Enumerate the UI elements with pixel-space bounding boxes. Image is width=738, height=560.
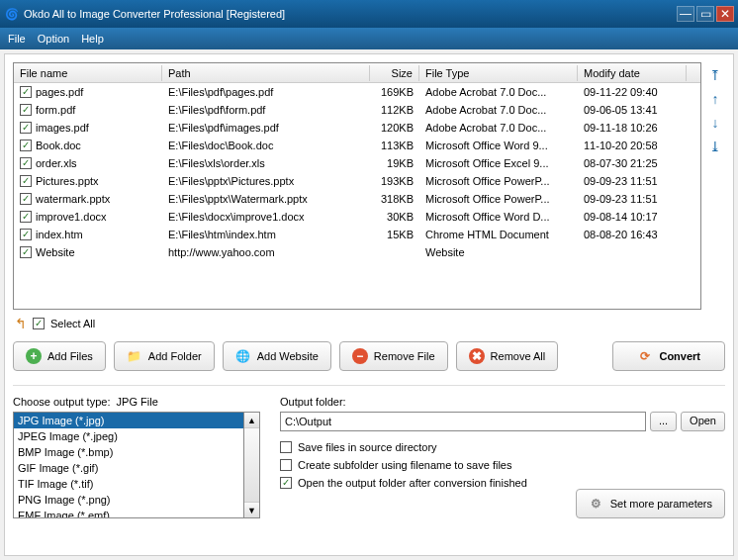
file-path: E:\Files\docx\improve1.docx [162,210,370,224]
output-type-option[interactable]: EMF Image (*.emf) [14,508,243,518]
move-top-button[interactable]: ⤒ [706,66,724,84]
remove-all-button[interactable]: ✖Remove All [456,341,559,371]
open-after-label: Open the output folder after conversion … [298,477,527,489]
file-path: E:\Files\pdf\images.pdf [162,121,370,135]
output-type-option[interactable]: TIF Image (*.tif) [14,476,243,492]
row-checkbox[interactable] [20,175,32,187]
file-name: Website [36,246,75,258]
file-date: 09-11-18 10:26 [578,121,687,135]
row-checkbox[interactable] [20,211,32,223]
file-type: Adobe Acrobat 7.0 Doc... [419,103,578,117]
output-type-option[interactable]: PNG Image (*.png) [14,492,243,508]
more-parameters-button[interactable]: ⚙Set more parameters [576,489,725,518]
col-type[interactable]: File Type [419,65,578,81]
output-type-current: JPG File [117,396,158,408]
save-source-checkbox[interactable] [280,441,292,453]
file-type: Microsoft Office Word D... [419,210,578,224]
table-row[interactable]: Websitehttp://www.yahoo.comWebsite [14,243,700,261]
listbox-scrollbar[interactable]: ▲ ▼ [244,412,260,518]
row-checkbox[interactable] [20,157,32,169]
file-size: 318KB [370,192,419,206]
move-up-button[interactable]: ↑ [706,90,724,108]
file-type: Microsoft Office PowerP... [419,174,578,188]
file-path: E:\Files\htm\index.htm [162,228,370,241]
menu-file[interactable]: File [8,33,26,45]
col-size[interactable]: Size [370,65,419,81]
scroll-down-button[interactable]: ▼ [244,502,259,517]
convert-button[interactable]: ⟳Convert [612,341,725,371]
table-row[interactable]: improve1.docxE:\Files\docx\improve1.docx… [14,208,700,226]
open-folder-button[interactable]: Open [681,412,725,431]
output-type-option[interactable]: BMP Image (*.bmp) [14,444,243,460]
table-row[interactable]: index.htmE:\Files\htm\index.htm15KBChrom… [14,226,700,243]
output-type-option[interactable]: GIF Image (*.gif) [14,460,243,476]
file-size: 15KB [370,228,419,241]
file-type: Microsoft Office PowerP... [419,192,578,206]
file-name: improve1.docx [36,211,107,223]
file-size: 112KB [370,103,419,117]
gear-icon: ⚙ [589,496,604,512]
file-name: images.pdf [36,122,89,134]
move-down-button[interactable]: ↓ [706,114,724,132]
scrollbar-thumb[interactable] [244,428,259,502]
table-row[interactable]: pages.pdfE:\Files\pdf\pages.pdf169KBAdob… [14,83,700,101]
file-path: http://www.yahoo.com [162,245,370,259]
scroll-up-button[interactable]: ▲ [244,413,259,428]
col-date[interactable]: Modify date [578,65,687,81]
window-title: Okdo All to Image Converter Professional… [24,8,677,20]
select-all-checkbox[interactable] [33,318,45,329]
output-type-option[interactable]: JPG Image (*.jpg) [14,413,243,428]
output-type-label: Choose output type: [13,396,110,408]
close-button[interactable]: ✕ [716,6,734,22]
file-size: 193KB [370,174,419,188]
file-list[interactable]: File name Path Size File Type Modify dat… [13,62,701,310]
row-checkbox[interactable] [20,229,32,240]
output-type-list[interactable]: JPG Image (*.jpg)JPEG Image (*.jpeg)BMP … [13,412,244,518]
maximize-button[interactable]: ▭ [696,6,714,22]
output-folder-input[interactable]: C:\Output [280,412,646,431]
table-row[interactable]: form.pdfE:\Files\pdf\form.pdf112KBAdobe … [14,101,700,119]
move-bottom-button[interactable]: ⤓ [706,138,724,155]
file-size: 19KB [370,156,419,170]
file-path: E:\Files\doc\Book.doc [162,139,370,152]
file-date: 09-09-23 11:51 [578,174,687,188]
open-after-checkbox[interactable] [280,477,292,489]
file-size: 169KB [370,85,419,99]
row-checkbox[interactable] [20,140,32,151]
row-checkbox[interactable] [20,246,32,258]
file-name: form.pdf [36,104,75,116]
select-all-label: Select All [50,318,95,329]
add-folder-button[interactable]: 📁Add Folder [114,341,215,371]
file-type: Chrome HTML Document [419,228,578,241]
table-row[interactable]: order.xlsE:\Files\xls\order.xls19KBMicro… [14,154,700,172]
output-type-option[interactable]: JPEG Image (*.jpeg) [14,428,243,444]
menu-help[interactable]: Help [81,33,104,45]
file-path: E:\Files\pptx\Watermark.pptx [162,192,370,206]
up-folder-icon[interactable]: ↰ [15,316,27,331]
col-filename[interactable]: File name [14,65,162,81]
file-type: Website [419,245,578,259]
file-date [578,251,687,253]
table-row[interactable]: images.pdfE:\Files\pdf\images.pdf120KBAd… [14,119,700,137]
app-icon: 🌀 [4,6,20,22]
menu-option[interactable]: Option [38,33,69,45]
plus-icon: + [26,348,42,364]
browse-button[interactable]: ... [650,412,677,431]
file-date: 09-06-05 13:41 [578,103,687,117]
row-checkbox[interactable] [20,122,32,134]
output-folder-label: Output folder: [280,396,725,408]
minimize-button[interactable]: — [677,6,694,22]
subfolder-checkbox[interactable] [280,459,292,471]
table-row[interactable]: watermark.pptxE:\Files\pptx\Watermark.pp… [14,190,700,208]
col-path[interactable]: Path [162,65,370,81]
remove-file-button[interactable]: −Remove File [339,341,448,371]
table-row[interactable]: Book.docE:\Files\doc\Book.doc113KBMicros… [14,137,700,154]
add-website-button[interactable]: 🌐Add Website [223,341,331,371]
row-checkbox[interactable] [20,86,32,98]
save-source-label: Save files in source directory [298,441,437,453]
row-checkbox[interactable] [20,193,32,205]
row-checkbox[interactable] [20,104,32,116]
table-row[interactable]: Pictures.pptxE:\Files\pptx\Pictures.pptx… [14,172,700,190]
file-date: 09-08-14 10:17 [578,210,687,224]
add-files-button[interactable]: +Add Files [13,341,106,371]
